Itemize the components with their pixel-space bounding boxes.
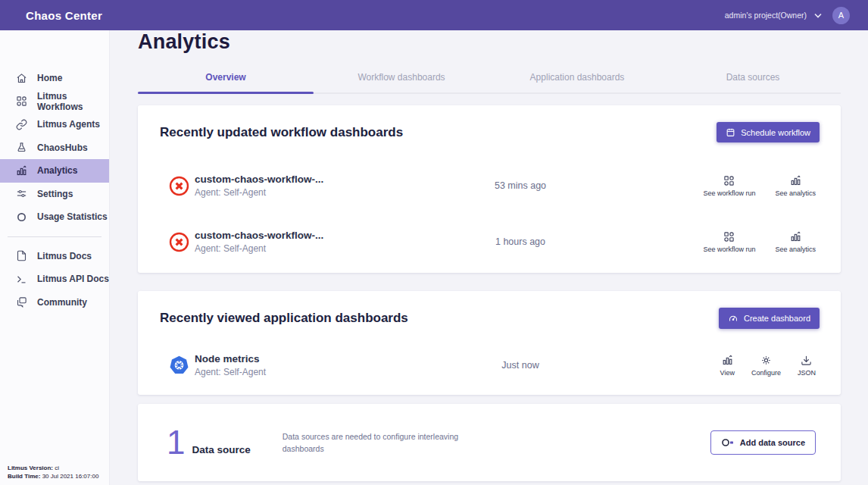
json-download-button[interactable]: JSON — [798, 355, 816, 377]
analytics-icon — [790, 175, 801, 186]
action-label: Configure — [751, 369, 781, 377]
workflows-icon — [16, 95, 27, 107]
tab-data-sources[interactable]: Data sources — [665, 64, 841, 92]
version-info: Litmus Version: ci Build Time: 30 Jul 20… — [8, 464, 98, 480]
dashboard-icon — [728, 313, 738, 324]
sidebar-item-label: Litmus Docs — [37, 251, 92, 261]
page-title: Analytics — [138, 30, 868, 54]
sidebar-item-label: Usage Statistics — [37, 211, 108, 222]
sidebar-item-usage-statistics[interactable]: Usage Statistics — [0, 205, 109, 229]
action-label: See analytics — [775, 246, 816, 253]
data-source-icon — [721, 437, 734, 448]
tab-overview[interactable]: Overview — [138, 64, 314, 92]
sliders-icon — [16, 188, 27, 199]
sidebar-item-label: Analytics — [37, 165, 77, 176]
add-data-source-button[interactable]: Add data source — [710, 430, 816, 455]
button-label: Create dashbaord — [744, 314, 810, 323]
data-source-count-label: Data source — [192, 444, 250, 457]
community-icon — [16, 296, 27, 308]
application-dashboards-card: Recently viewed application dashboards C… — [138, 291, 841, 395]
home-icon — [16, 73, 27, 84]
workflow-run-icon — [723, 231, 735, 242]
analytics-icon — [790, 231, 801, 242]
document-icon — [16, 250, 27, 261]
analytics-icon — [16, 165, 27, 177]
data-source-count: 1 — [167, 428, 185, 456]
dashboard-agent: Agent: Self-Agent — [195, 367, 422, 377]
button-label: Add data source — [740, 438, 805, 447]
app-header: Chaos Center admin's project(Owner) A — [0, 0, 868, 30]
main-content: Analytics Overview Workflow dashboards A… — [110, 30, 868, 485]
see-workflow-run-button[interactable]: See workflow run — [703, 175, 755, 197]
schedule-workflow-button[interactable]: Schedule workflow — [717, 122, 820, 142]
sidebar-item-label: Litmus Workflows — [37, 91, 109, 112]
workflow-time: 1 hours ago — [422, 236, 619, 247]
button-label: Schedule workflow — [741, 128, 810, 137]
sidebar-divider — [8, 236, 101, 237]
avatar[interactable]: A — [832, 7, 850, 24]
workflow-agent: Agent: Self-Agent — [195, 243, 422, 254]
workflow-name[interactable]: custom-chaos-workflow-... — [195, 230, 422, 241]
failed-status-icon — [168, 231, 190, 253]
tab-workflow-dashboards[interactable]: Workflow dashboards — [314, 64, 489, 92]
circle-icon — [16, 211, 27, 223]
sidebar-item-settings[interactable]: Settings — [0, 183, 109, 206]
sidebar-item-litmus-agents[interactable]: Litmus Agents — [0, 113, 109, 136]
see-workflow-run-button[interactable]: See workflow run — [703, 231, 755, 253]
flask-icon — [16, 142, 27, 153]
version-value: ci — [53, 465, 59, 471]
tab-bar: Overview Workflow dashboards Application… — [138, 64, 841, 94]
build-time-label: Build Time: — [8, 473, 40, 480]
project-selector[interactable]: admin's project(Owner) — [725, 11, 822, 20]
view-button[interactable]: View — [720, 355, 735, 377]
action-label: See workflow run — [703, 189, 755, 197]
tab-application-dashboards[interactable]: Application dashboards — [489, 64, 665, 92]
sidebar-item-label: Litmus Agents — [37, 119, 100, 130]
workflow-agent: Agent: Self-Agent — [195, 187, 422, 198]
workflow-dashboards-card: Recently updated workflow dashboards Sch… — [138, 105, 841, 273]
workflow-row: custom-chaos-workflow-... Agent: Self-Ag… — [138, 158, 841, 214]
data-source-card: 1 Data source Data sources are needed to… — [138, 404, 841, 481]
sidebar-item-label: Litmus API Docs — [37, 274, 109, 284]
sidebar-item-home[interactable]: Home — [0, 67, 109, 90]
see-analytics-button[interactable]: See analytics — [775, 175, 816, 197]
workflow-time: 53 mins ago — [422, 180, 619, 191]
action-label: See analytics — [775, 189, 816, 197]
kubernetes-node-icon — [168, 355, 190, 377]
chevron-down-icon — [814, 13, 822, 18]
terminal-icon — [16, 274, 27, 285]
dashboard-time: Just now — [422, 360, 619, 371]
action-label: View — [720, 369, 735, 377]
download-icon — [801, 355, 812, 366]
sidebar-item-community[interactable]: Community — [0, 291, 109, 314]
sidebar-item-label: Community — [37, 297, 87, 308]
sidebar: Home Litmus Workflows Litmus Agents Chao… — [0, 30, 110, 485]
sidebar-item-litmus-api-docs[interactable]: Litmus API Docs — [0, 268, 109, 291]
app-title: Chaos Center — [26, 9, 102, 22]
dashboard-name[interactable]: Node metrics — [195, 353, 422, 365]
sidebar-item-chaoshubs[interactable]: ChaosHubs — [0, 136, 109, 160]
configure-button[interactable]: Configure — [751, 355, 781, 377]
sidebar-item-analytics[interactable]: Analytics — [0, 159, 109, 183]
sidebar-item-litmus-docs[interactable]: Litmus Docs — [0, 245, 109, 268]
analytics-icon — [722, 355, 733, 366]
create-dashboard-button[interactable]: Create dashbaord — [719, 308, 820, 329]
see-analytics-button[interactable]: See analytics — [775, 231, 816, 253]
sidebar-item-litmus-workflows[interactable]: Litmus Workflows — [0, 90, 109, 114]
action-label: JSON — [798, 369, 816, 377]
project-selector-label: admin's project(Owner) — [725, 11, 807, 20]
build-time-value: 30 Jul 2021 16:07:00 — [40, 473, 98, 480]
card-title: Recently viewed application dashboards — [160, 311, 408, 326]
workflow-name[interactable]: custom-chaos-workflow-... — [195, 174, 422, 185]
sidebar-item-label: ChaosHubs — [37, 142, 88, 153]
failed-status-icon — [168, 175, 190, 197]
avatar-initial: A — [838, 11, 844, 20]
gear-icon — [760, 355, 772, 366]
workflow-run-icon — [723, 175, 735, 186]
link-icon — [16, 119, 27, 130]
calendar-icon — [726, 127, 735, 137]
dashboard-row: Node metrics Agent: Self-Agent Just now … — [138, 341, 841, 390]
workflow-row: custom-chaos-workflow-... Agent: Self-Ag… — [138, 214, 841, 270]
sidebar-item-label: Home — [37, 73, 62, 83]
version-label: Litmus Version: — [8, 465, 53, 471]
